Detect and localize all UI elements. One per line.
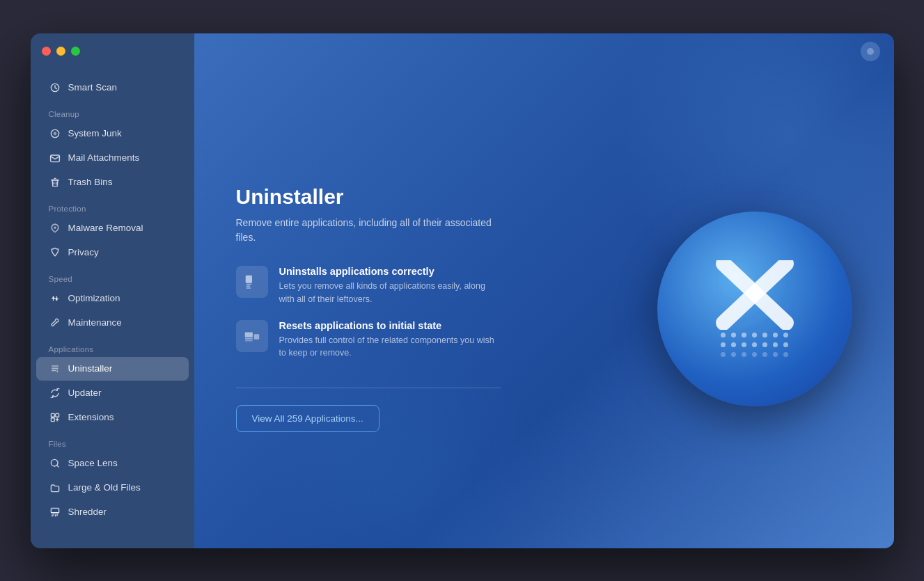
feature-desc: Lets you remove all kinds of application…	[279, 280, 502, 306]
sidebar-item-label: Privacy	[68, 247, 99, 257]
view-all-button[interactable]: View All 259 Applications...	[236, 405, 379, 432]
page-subtitle: Remove entire applications, including al…	[236, 216, 501, 245]
app-icon	[657, 212, 852, 406]
svg-rect-13	[55, 413, 58, 417]
feature-item-resets: Resets applications to initial state Pro…	[236, 320, 629, 360]
sidebar-item-extensions[interactable]: Extensions	[36, 406, 189, 429]
sidebar-item-label: Extensions	[68, 412, 114, 422]
svg-point-23	[867, 48, 874, 55]
sidebar-item-updater[interactable]: Updater	[36, 381, 189, 405]
svg-point-2	[53, 132, 56, 135]
dot	[762, 352, 767, 357]
close-button[interactable]	[42, 47, 51, 56]
dot	[783, 333, 788, 337]
sidebar-item-optimization[interactable]: Optimization	[36, 287, 189, 310]
dot	[742, 333, 746, 337]
sidebar-item-label: Optimization	[68, 293, 120, 303]
sidebar-item-mail-attachments[interactable]: Mail Attachments	[36, 146, 189, 170]
dot	[762, 333, 767, 337]
sidebar-item-trash-bins[interactable]: Trash Bins	[36, 170, 189, 194]
maximize-button[interactable]	[71, 47, 80, 56]
dot	[721, 333, 726, 337]
sidebar-item-space-lens[interactable]: Space Lens	[36, 452, 189, 475]
feature-heading: Uninstalls applications correctly	[279, 266, 502, 277]
main-panel: Uninstaller Remove entire applications, …	[194, 33, 894, 548]
main-content: Uninstaller Remove entire applications, …	[194, 70, 894, 548]
svg-rect-25	[246, 284, 251, 285]
mail-icon	[49, 152, 61, 164]
shredder-icon	[49, 506, 61, 518]
sidebar-item-privacy[interactable]: Privacy	[36, 241, 189, 264]
sidebar-item-large-old-files[interactable]: Large & Old Files	[36, 476, 189, 500]
svg-point-11	[56, 299, 57, 300]
dot	[783, 352, 788, 357]
sidebar-item-label: Malware Removal	[68, 223, 143, 233]
minimize-button[interactable]	[56, 47, 65, 56]
sidebar-nav: Smart Scan Cleanup System Junk Mail Atta…	[31, 70, 194, 548]
sidebar-item-shredder[interactable]: Shredder	[36, 500, 189, 524]
feature-list: Uninstalls applications correctly Lets y…	[236, 266, 629, 360]
dot	[742, 342, 746, 347]
sidebar-item-label: Shredder	[68, 507, 107, 517]
feature-heading: Resets applications to initial state	[279, 320, 502, 331]
dot	[783, 342, 788, 347]
dot	[752, 352, 757, 357]
maintenance-icon	[49, 317, 61, 329]
topbar	[194, 33, 894, 70]
dot	[731, 333, 736, 337]
section-label-cleanup: Cleanup	[31, 100, 194, 121]
space-lens-icon	[49, 457, 61, 470]
svg-rect-14	[51, 417, 54, 421]
extensions-icon	[49, 411, 61, 424]
sidebar-item-label: Space Lens	[68, 458, 118, 468]
dot	[731, 352, 736, 357]
feature-icon-resets	[236, 320, 268, 352]
titlebar	[31, 33, 194, 70]
sidebar: Smart Scan Cleanup System Junk Mail Atta…	[31, 33, 194, 548]
svg-rect-28	[244, 332, 252, 337]
menu-button[interactable]	[861, 42, 880, 61]
divider	[236, 388, 501, 388]
page-title: Uninstaller	[236, 185, 629, 209]
dot	[752, 333, 757, 337]
dot	[731, 342, 736, 347]
folder-icon	[49, 481, 61, 494]
malware-icon	[49, 222, 61, 234]
feature-text-uninstalls: Uninstalls applications correctly Lets y…	[279, 266, 502, 306]
svg-rect-29	[244, 337, 252, 339]
section-label-speed: Speed	[31, 265, 194, 286]
svg-rect-27	[246, 287, 251, 288]
sidebar-item-smart-scan[interactable]: Smart Scan	[36, 76, 189, 100]
content-left: Uninstaller Remove entire applications, …	[236, 185, 629, 432]
sidebar-item-uninstaller[interactable]: Uninstaller	[36, 357, 189, 381]
updater-icon	[49, 387, 61, 399]
dot	[773, 352, 778, 357]
sidebar-item-label: Mail Attachments	[68, 152, 140, 163]
dot	[762, 342, 767, 347]
section-label-applications: Applications	[31, 335, 194, 356]
optimization-icon	[49, 292, 61, 305]
section-label-protection: Protection	[31, 195, 194, 216]
svg-rect-30	[244, 340, 252, 341]
dot	[773, 342, 778, 347]
sidebar-item-maintenance[interactable]: Maintenance	[36, 311, 189, 335]
sidebar-item-label: Maintenance	[68, 317, 122, 328]
app-window: Smart Scan Cleanup System Junk Mail Atta…	[31, 33, 894, 548]
section-label-files: Files	[31, 430, 194, 451]
svg-point-15	[51, 459, 58, 466]
sidebar-item-system-junk[interactable]: System Junk	[36, 122, 189, 145]
dot	[742, 352, 746, 357]
dot	[721, 342, 726, 347]
svg-rect-26	[246, 286, 250, 287]
svg-point-10	[52, 296, 54, 298]
svg-rect-31	[253, 334, 258, 339]
svg-rect-17	[51, 508, 58, 512]
sidebar-item-label: Trash Bins	[68, 177, 113, 187]
feature-text-resets: Resets applications to initial state Pro…	[279, 320, 502, 360]
sidebar-item-label: Updater	[68, 388, 102, 398]
svg-line-16	[56, 465, 58, 467]
dot	[752, 342, 757, 347]
sidebar-item-label: Smart Scan	[68, 82, 118, 93]
sidebar-item-malware-removal[interactable]: Malware Removal	[36, 216, 189, 240]
sidebar-item-label: Uninstaller	[68, 363, 113, 374]
